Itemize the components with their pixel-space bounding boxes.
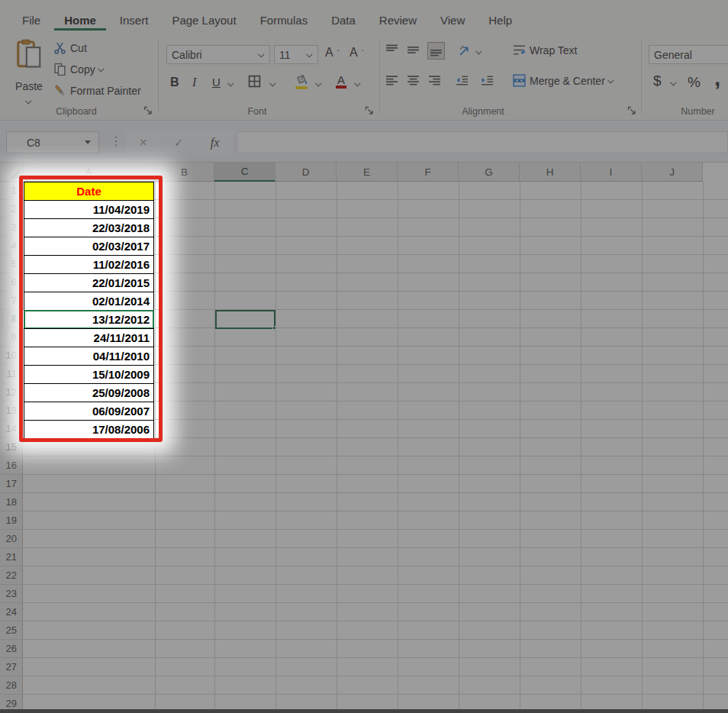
- percent-style-button[interactable]: %: [688, 74, 701, 91]
- align-center-button[interactable]: [407, 74, 420, 87]
- row-header-18[interactable]: 18: [0, 493, 23, 511]
- row-header-7[interactable]: 7: [0, 292, 23, 310]
- increase-indent-button[interactable]: [481, 74, 494, 87]
- column-header-E[interactable]: E: [337, 163, 398, 182]
- wrap-text-button[interactable]: Wrap Text: [513, 44, 578, 56]
- row-header-28[interactable]: 28: [0, 676, 23, 695]
- formula-bar-drag-handle[interactable]: ⋮: [110, 134, 122, 148]
- cell-a10[interactable]: 04/11/2010: [24, 347, 154, 366]
- merge-center-button[interactable]: Merge & Center: [513, 74, 614, 87]
- column-header-D[interactable]: D: [275, 163, 337, 182]
- tab-file[interactable]: File: [12, 11, 50, 31]
- row-header-25[interactable]: 25: [0, 621, 23, 640]
- borders-button[interactable]: [248, 75, 261, 88]
- cell-a5[interactable]: 11/02/2016: [24, 255, 154, 274]
- tab-review[interactable]: Review: [369, 11, 427, 31]
- fill-color-dropdown-icon[interactable]: [315, 80, 321, 86]
- column-header-G[interactable]: G: [459, 163, 520, 182]
- shrink-font-button[interactable]: Aˇ: [350, 46, 364, 60]
- cell-a4[interactable]: 02/03/2017: [24, 237, 154, 256]
- row-header-23[interactable]: 23: [0, 585, 23, 603]
- row-header-15[interactable]: 15: [0, 438, 23, 457]
- cut-button[interactable]: Cut: [53, 41, 87, 54]
- cell-a13[interactable]: 06/09/2007: [24, 402, 154, 421]
- cell-a7[interactable]: 02/01/2014: [24, 292, 154, 311]
- row-header-8[interactable]: 8: [0, 310, 23, 328]
- font-size-combobox[interactable]: 11: [274, 45, 318, 64]
- format-painter-button[interactable]: Format Painter: [53, 84, 141, 97]
- paste-button[interactable]: Paste: [11, 39, 47, 115]
- fill-color-button[interactable]: [293, 73, 310, 90]
- tab-formulas[interactable]: Formulas: [250, 11, 318, 31]
- column-header-I[interactable]: I: [581, 163, 642, 182]
- row-header-21[interactable]: 21: [0, 548, 23, 566]
- accounting-dropdown-icon[interactable]: [670, 79, 676, 85]
- merge-center-dropdown-icon[interactable]: [607, 77, 614, 83]
- cell-a9[interactable]: 24/11/2011: [24, 328, 154, 347]
- column-header-H[interactable]: H: [520, 163, 581, 182]
- clipboard-dialog-launcher-icon[interactable]: [143, 106, 153, 116]
- cell-a14[interactable]: 17/08/2006: [24, 420, 154, 439]
- comma-style-button[interactable]: ,: [714, 65, 720, 91]
- grow-font-button[interactable]: Aˆ: [325, 46, 340, 60]
- italic-button[interactable]: I: [192, 76, 196, 89]
- insert-function-button[interactable]: fx: [211, 136, 220, 150]
- selected-cell-c8[interactable]: [215, 310, 275, 329]
- bottom-align-button[interactable]: [427, 42, 445, 60]
- copy-button[interactable]: Copy: [53, 63, 104, 76]
- number-format-combobox[interactable]: General: [649, 45, 728, 64]
- font-name-dropdown-icon[interactable]: [258, 51, 264, 57]
- row-header-24[interactable]: 24: [0, 603, 23, 621]
- row-header-2[interactable]: 2: [0, 200, 23, 218]
- font-size-dropdown-icon[interactable]: [306, 51, 312, 57]
- row-header-12[interactable]: 12: [0, 383, 23, 402]
- cell-a2[interactable]: 11/04/2019: [24, 200, 154, 219]
- row-header-3[interactable]: 3: [0, 218, 23, 237]
- formula-input[interactable]: [237, 131, 728, 153]
- font-color-button[interactable]: A: [336, 75, 346, 89]
- underline-dropdown-icon[interactable]: [227, 80, 234, 86]
- tab-home[interactable]: Home: [54, 11, 106, 31]
- cell-a1-date-header[interactable]: Date: [24, 182, 154, 201]
- row-header-5[interactable]: 5: [0, 255, 23, 273]
- font-dialog-launcher-icon[interactable]: [365, 106, 375, 116]
- row-header-4[interactable]: 4: [0, 237, 23, 255]
- tab-view[interactable]: View: [430, 11, 475, 31]
- middle-align-button[interactable]: [407, 44, 420, 56]
- column-header-F[interactable]: F: [398, 163, 459, 182]
- font-name-combobox[interactable]: Calibri: [166, 45, 270, 64]
- copy-dropdown-icon[interactable]: [98, 66, 104, 72]
- row-header-26[interactable]: 26: [0, 640, 23, 658]
- cell-a8[interactable]: 13/12/2012: [24, 310, 154, 329]
- tab-insert[interactable]: Insert: [110, 11, 159, 31]
- fill-handle[interactable]: [272, 326, 276, 330]
- paste-dropdown-icon[interactable]: [25, 98, 31, 104]
- enter-icon[interactable]: ✓: [174, 136, 184, 150]
- row-header-13[interactable]: 13: [0, 402, 23, 420]
- row-header-14[interactable]: 14: [0, 420, 23, 438]
- orientation-button[interactable]: [459, 44, 472, 56]
- row-header-10[interactable]: 10: [0, 347, 23, 365]
- column-header-C[interactable]: C: [214, 163, 275, 182]
- row-header-6[interactable]: 6: [0, 273, 23, 292]
- column-header-J[interactable]: J: [642, 163, 703, 182]
- name-box-dropdown-icon[interactable]: [85, 140, 91, 144]
- tab-help[interactable]: Help: [478, 11, 522, 31]
- tab-page-layout[interactable]: Page Layout: [162, 11, 246, 31]
- row-header-22[interactable]: 22: [0, 566, 23, 585]
- cell-a3[interactable]: 22/03/2018: [24, 218, 154, 237]
- align-right-button[interactable]: [428, 74, 441, 87]
- alignment-dialog-launcher-icon[interactable]: [627, 106, 637, 116]
- select-all-corner[interactable]: [0, 163, 23, 182]
- cancel-icon[interactable]: ×: [140, 135, 147, 150]
- column-header-A[interactable]: A: [23, 163, 155, 182]
- row-header-9[interactable]: 9: [0, 328, 23, 347]
- underline-button[interactable]: U: [212, 76, 221, 89]
- row-header-20[interactable]: 20: [0, 530, 23, 548]
- row-header-11[interactable]: 11: [0, 365, 23, 383]
- name-box[interactable]: C8: [6, 131, 99, 153]
- cell-a6[interactable]: 22/01/2015: [24, 273, 154, 292]
- cell-a11[interactable]: 15/10/2009: [24, 365, 154, 384]
- row-header-16[interactable]: 16: [0, 457, 23, 475]
- row-header-27[interactable]: 27: [0, 658, 23, 676]
